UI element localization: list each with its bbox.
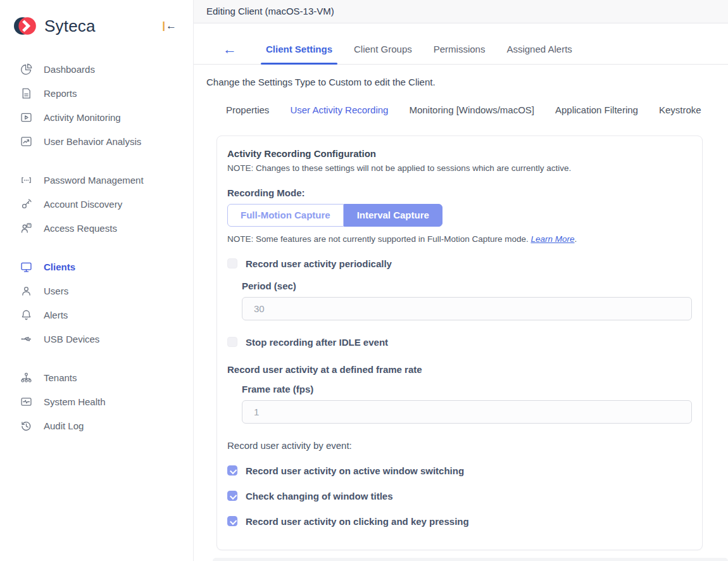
sidebar-item-audit-log[interactable]: Audit Log xyxy=(0,413,193,438)
interval-capture-button[interactable]: Interval Capture xyxy=(344,204,442,227)
sidebar-item-label: Alerts xyxy=(44,310,68,320)
window-titles-row[interactable]: Check changing of window titles xyxy=(227,491,692,501)
stop-after-idle-row[interactable]: Stop recording after IDLE event xyxy=(227,337,692,348)
click-keypress-checkbox[interactable] xyxy=(227,516,237,526)
frame-rate-heading: Record user activity at a defined frame … xyxy=(227,364,692,375)
next-section-edge xyxy=(213,558,728,561)
activity-monitoring-icon xyxy=(19,110,33,124)
click-keypress-row[interactable]: Record user activity on clicking and key… xyxy=(227,516,692,527)
nav-group-pam: Password Management Account Discovery ? … xyxy=(0,168,193,240)
subtab-bar: Properties User Activity Recording Monit… xyxy=(194,87,728,115)
record-periodically-row[interactable]: Record user activity periodically xyxy=(227,258,692,269)
subtab-properties[interactable]: Properties xyxy=(226,104,269,115)
reports-icon xyxy=(19,86,33,100)
system-health-icon xyxy=(19,394,33,408)
sidebar-item-label: Audit Log xyxy=(44,420,84,431)
sidebar-item-label: USB Devices xyxy=(44,334,99,344)
sidebar-item-access-requests[interactable]: ? Access Requests xyxy=(0,216,193,240)
account-discovery-icon xyxy=(19,197,33,211)
sidebar-item-label: Access Requests xyxy=(44,223,117,234)
subtab-user-activity-recording[interactable]: User Activity Recording xyxy=(290,104,388,115)
card-heading: Activity Recording Configuration xyxy=(227,148,692,159)
sidebar-item-activity-monitoring[interactable]: Activity Monitoring xyxy=(0,105,193,129)
tab-assigned-alerts[interactable]: Assigned Alerts xyxy=(505,44,573,64)
audit-log-icon xyxy=(19,419,33,432)
frame-rate-input[interactable] xyxy=(242,400,692,424)
window-switching-label: Record user activity on active window sw… xyxy=(246,465,464,476)
sidebar-item-label: Users xyxy=(44,286,68,296)
nav-group-system: Tenants System Health Audit Log xyxy=(0,365,193,438)
period-label: Period (sec) xyxy=(242,280,692,291)
sidebar-item-label: Reports xyxy=(44,88,77,99)
subtab-keystroke[interactable]: Keystroke xyxy=(659,104,701,115)
sidebar-item-label: Dashboards xyxy=(44,64,95,75)
frame-rate-label: Frame rate (fps) xyxy=(242,384,692,394)
sidebar: Syteca |← Dashboards Reports Activity Mo… xyxy=(0,0,194,561)
syteca-logo-icon xyxy=(14,14,38,38)
recording-mode-label: Recording Mode: xyxy=(227,187,692,198)
page-title: Editing Client (macOS-13-VM) xyxy=(206,6,334,16)
sidebar-item-label: Account Discovery xyxy=(44,199,122,210)
usb-devices-icon xyxy=(19,332,33,346)
alerts-icon xyxy=(19,308,33,322)
tab-client-settings[interactable]: Client Settings xyxy=(265,44,334,64)
window-switching-row[interactable]: Record user activity on active window sw… xyxy=(227,465,692,476)
full-motion-capture-button[interactable]: Full-Motion Capture xyxy=(227,204,344,227)
brand-row: Syteca |← xyxy=(0,11,193,41)
user-behavior-analysis-icon xyxy=(19,134,33,148)
tab-permissions[interactable]: Permissions xyxy=(432,44,487,64)
sidebar-item-usb-devices[interactable]: USB Devices xyxy=(0,327,193,351)
access-requests-icon: ? xyxy=(19,221,33,235)
record-periodically-label: Record user activity periodically xyxy=(246,258,392,269)
click-keypress-label: Record user activity on clicking and key… xyxy=(246,516,469,527)
sidebar-item-account-discovery[interactable]: Account Discovery xyxy=(0,192,193,216)
sidebar-item-label: Activity Monitoring xyxy=(44,112,121,123)
page-header: Editing Client (macOS-13-VM) xyxy=(194,0,728,23)
sidebar-item-reports[interactable]: Reports xyxy=(0,81,193,105)
tab-client-groups[interactable]: Client Groups xyxy=(353,44,413,64)
sidebar-item-label: Password Management xyxy=(44,175,144,186)
settings-type-notice: Change the Settings Type to Custom to ed… xyxy=(194,65,728,87)
nav-group-endpoints: Clients Users Alerts USB Devices xyxy=(0,255,193,351)
window-titles-label: Check changing of window titles xyxy=(246,491,393,501)
stop-after-idle-label: Stop recording after IDLE event xyxy=(246,337,388,348)
period-input[interactable] xyxy=(242,297,692,320)
window-switching-checkbox[interactable] xyxy=(227,465,237,476)
sidebar-item-label: User Behavior Analysis xyxy=(44,136,141,147)
users-icon xyxy=(19,284,33,298)
subtab-monitoring[interactable]: Monitoring [Windows/macOS] xyxy=(409,104,534,115)
sidebar-item-label: System Health xyxy=(44,396,106,407)
sidebar-item-dashboards[interactable]: Dashboards xyxy=(0,57,193,81)
sidebar-item-label: Clients xyxy=(44,262,75,272)
main-content: Editing Client (macOS-13-VM) ← Client Se… xyxy=(194,0,728,561)
stop-after-idle-checkbox[interactable] xyxy=(227,337,237,347)
clients-icon xyxy=(19,260,33,274)
dashboards-icon xyxy=(19,62,33,76)
sidebar-item-alerts[interactable]: Alerts xyxy=(0,303,193,327)
learn-more-link[interactable]: Learn More xyxy=(530,234,574,244)
card-note: NOTE: Changes to these settings will not… xyxy=(227,163,692,173)
recording-mode-toggle: Full-Motion Capture Interval Capture xyxy=(227,204,692,227)
brand-name: Syteca xyxy=(44,16,162,36)
activity-recording-card: Activity Recording Configuration NOTE: C… xyxy=(217,136,703,550)
sidebar-item-users[interactable]: Users xyxy=(0,279,193,303)
sidebar-item-password-management[interactable]: Password Management xyxy=(0,168,193,192)
nav-group-analytics: Dashboards Reports Activity Monitoring U… xyxy=(0,57,193,153)
back-arrow-icon[interactable]: ← xyxy=(223,42,237,64)
record-periodically-checkbox[interactable] xyxy=(227,258,237,268)
subtab-application-filtering[interactable]: Application Filtering xyxy=(555,104,638,115)
sidebar-item-clients[interactable]: Clients xyxy=(0,255,193,279)
sidebar-item-tenants[interactable]: Tenants xyxy=(0,365,193,389)
sidebar-item-label: Tenants xyxy=(44,372,77,383)
password-management-icon xyxy=(19,173,33,187)
tenants-icon xyxy=(19,370,33,384)
sidebar-item-user-behavior-analysis[interactable]: User Behavior Analysis xyxy=(0,129,193,153)
window-titles-checkbox[interactable] xyxy=(227,491,237,501)
tab-bar: ← Client Settings Client Groups Permissi… xyxy=(194,23,728,65)
mode-note: NOTE: Some features are not currently su… xyxy=(227,234,692,244)
by-event-label: Record user activity by event: xyxy=(227,440,692,451)
mode-note-text: NOTE: Some features are not currently su… xyxy=(227,234,530,244)
svg-text:?: ? xyxy=(28,224,30,227)
sidebar-item-system-health[interactable]: System Health xyxy=(0,389,193,413)
sidebar-collapse-icon[interactable]: |← xyxy=(162,20,177,32)
